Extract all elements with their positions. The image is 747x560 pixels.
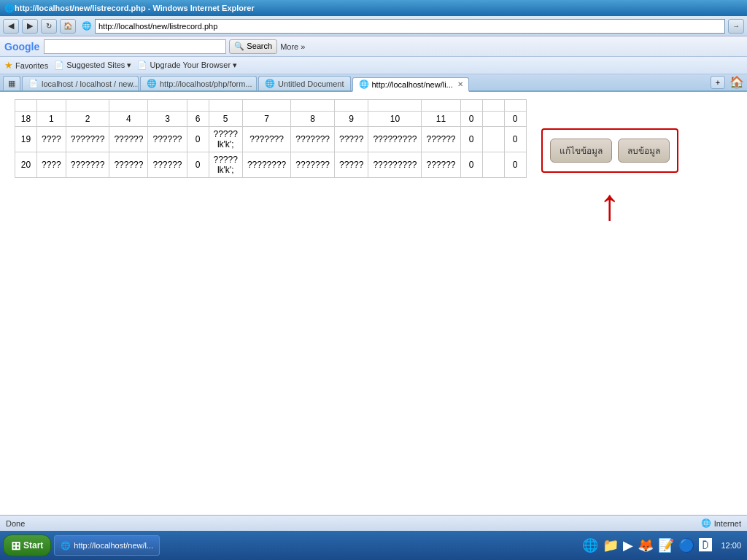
cell-col10: ????????? <box>368 127 422 152</box>
refresh-button[interactable]: ↻ <box>41 19 57 34</box>
action-box: แก้ไขข้อมูล ลบข้อมูล <box>541 128 678 173</box>
cell-col8: 8 <box>291 112 335 127</box>
cell-col2: 2 <box>66 112 109 127</box>
favorites-bar: ★ Favorites 📄 Suggested Sites ▾ 📄 Upgrad… <box>0 57 747 74</box>
cell-col12: 0 <box>460 152 482 178</box>
cell-col14: 0 <box>504 112 526 127</box>
header-cell <box>335 100 368 112</box>
cell-id: 18 <box>15 112 37 127</box>
cell-id: 20 <box>15 152 37 178</box>
tab-untitled[interactable]: 🌐 Untitled Document <box>258 76 351 90</box>
main-content: 18 1 2 4 3 6 5 7 8 9 10 11 0 0 19 ???? ?… <box>0 92 747 542</box>
header-cell <box>15 100 37 112</box>
header-cell <box>37 100 66 112</box>
arrow-up-indicator: ↑ <box>599 183 621 227</box>
cell-id: 19 <box>15 127 37 152</box>
cell-col3: ?????? <box>109 127 148 152</box>
google-logo: Google <box>4 41 39 52</box>
cell-col2: ??????? <box>66 127 109 152</box>
google-more-button[interactable]: More » <box>280 42 305 51</box>
tab-form-label: http://localhost/php/form... <box>160 79 252 88</box>
tab-grid[interactable]: ▦ <box>3 76 20 90</box>
header-cell <box>242 100 290 112</box>
delete-button[interactable]: ลบข้อมูล <box>618 139 670 163</box>
tab-home-button[interactable]: 🏠 <box>729 75 744 89</box>
header-cell <box>209 100 242 112</box>
new-tab-button[interactable]: + <box>711 76 725 89</box>
internet-zone-label: Internet <box>714 519 741 528</box>
address-label: 🌐 <box>82 21 92 31</box>
cell-col1: ???? <box>37 152 66 178</box>
taskbar-folder-icon: 📁 <box>603 537 619 542</box>
cell-col14: 0 <box>504 127 526 152</box>
cell-col7: 7 <box>242 112 290 127</box>
cell-col6: ????? lk'k'; <box>209 127 242 152</box>
table-row: 20 ???? ??????? ?????? ?????? 0 ????? lk… <box>15 152 527 178</box>
start-button[interactable]: ⊞ Start <box>3 534 51 542</box>
cell-col1: 1 <box>37 112 66 127</box>
ie-icon: 🌐 <box>61 541 71 543</box>
go-button[interactable]: → <box>728 19 744 34</box>
google-search-button[interactable]: 🔍 Search <box>229 39 277 54</box>
tabs-bar: ▦ 📄 localhost / localhost / new... 🌐 htt… <box>0 74 747 92</box>
title-bar-text: http://localhost/new/listrecord.php - Wi… <box>15 4 255 12</box>
internet-zone-icon: 🌐 <box>701 518 711 528</box>
favorites-star-icon: ★ <box>4 60 13 71</box>
cell-col6: 5 <box>209 112 242 127</box>
cell-col11: ?????? <box>422 152 460 178</box>
cell-col13 <box>482 152 504 178</box>
suggested-sites-item[interactable]: 📄 Suggested Sites ▾ <box>54 61 131 70</box>
title-bar-icon: 🌐 <box>4 4 15 13</box>
cell-col4: ?????? <box>148 127 187 152</box>
cell-col6: ????? lk'k'; <box>209 152 242 178</box>
cell-col9: ????? <box>335 127 368 152</box>
cell-col13 <box>482 127 504 152</box>
taskbar-dw-icon: 🅳 <box>699 538 712 543</box>
tab-close-button[interactable]: ✕ <box>457 80 463 88</box>
cell-col14: 0 <box>504 152 526 178</box>
tab-listrecord-label: http://localhost/new/li... <box>372 80 453 89</box>
google-search-input[interactable] <box>44 39 226 54</box>
address-bar: ◀ ▶ ↻ 🏠 🌐 → <box>0 16 747 36</box>
edit-button[interactable]: แก้ไขข้อมูล <box>550 139 612 163</box>
cell-col5: 6 <box>187 112 209 127</box>
forward-button[interactable]: ▶ <box>22 19 38 34</box>
header-cell <box>66 100 109 112</box>
cell-col8: ??????? <box>291 127 335 152</box>
cell-col7: ??????? <box>242 127 290 152</box>
taskbar: ⊞ Start 🌐 http://localhost/new/l... 🌐 📁 … <box>0 531 747 542</box>
favorites-item[interactable]: ★ Favorites <box>4 60 48 71</box>
upgrade-browser-item[interactable]: 📄 Upgrade Your Browser ▾ <box>137 61 237 70</box>
cell-col3: ?????? <box>109 152 148 178</box>
cell-col11: ?????? <box>422 127 460 152</box>
address-input[interactable] <box>95 19 725 34</box>
table-wrapper: 18 1 2 4 3 6 5 7 8 9 10 11 0 0 19 ???? ?… <box>15 99 527 535</box>
tab-form-icon: 🌐 <box>147 79 157 88</box>
taskbar-ie-item[interactable]: 🌐 http://localhost/new/l... <box>54 535 160 542</box>
home-button[interactable]: 🏠 <box>60 19 76 34</box>
header-cell <box>187 100 209 112</box>
taskbar-ie-label: http://localhost/new/l... <box>74 541 153 542</box>
cell-col11: 11 <box>422 112 460 127</box>
header-cell <box>422 100 460 112</box>
back-button[interactable]: ◀ <box>3 19 19 34</box>
home-tab-icon: 🏠 <box>729 76 744 88</box>
tab-pma[interactable]: 📄 localhost / localhost / new... <box>22 76 139 90</box>
tab-listrecord[interactable]: 🌐 http://localhost/new/li... ✕ <box>352 77 469 92</box>
tab-form[interactable]: 🌐 http://localhost/php/form... <box>140 76 257 90</box>
cell-col7: ???????? <box>242 152 290 178</box>
grid-icon: ▦ <box>8 79 15 88</box>
header-cell <box>460 100 482 112</box>
cell-col5: 0 <box>187 152 209 178</box>
cell-col12: 0 <box>460 112 482 127</box>
cell-col4: ?????? <box>148 152 187 178</box>
tab-pma-label: localhost / localhost / new... <box>42 79 139 88</box>
taskbar-right: 🌐 📁 ▶ 🦊 📝 🔵 🅳 12:00 <box>582 537 744 542</box>
header-cell <box>291 100 335 112</box>
table-row: 19 ???? ??????? ?????? ?????? 0 ????? lk… <box>15 127 527 152</box>
cell-col9: 9 <box>335 112 368 127</box>
upgrade-browser-icon: 📄 <box>137 61 147 70</box>
title-bar: 🌐 http://localhost/new/listrecord.php - … <box>0 0 747 16</box>
table-header-row <box>15 100 527 112</box>
status-text: Done <box>6 519 25 528</box>
